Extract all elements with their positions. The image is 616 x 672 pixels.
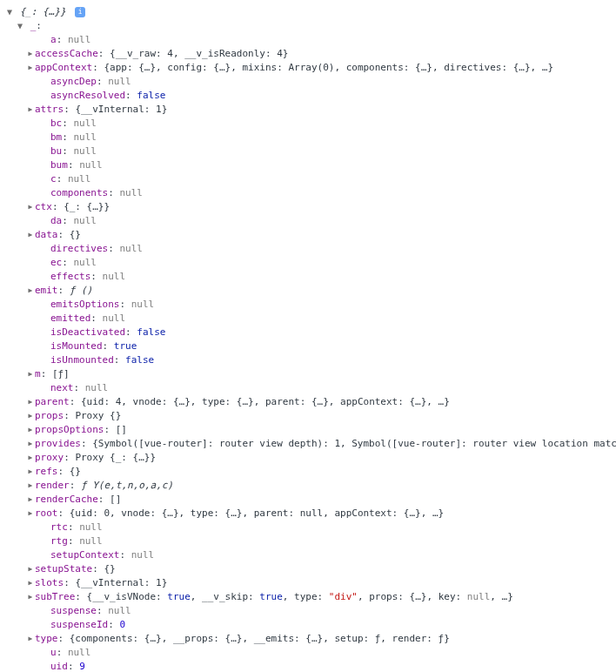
property-key: props xyxy=(35,410,64,421)
property-row[interactable]: rtg: null xyxy=(2,534,614,548)
property-row[interactable]: setupContext: null xyxy=(2,548,614,562)
expand-arrow-icon[interactable] xyxy=(26,228,35,242)
expand-arrow-icon[interactable] xyxy=(26,47,35,61)
colon-separator: : xyxy=(62,118,73,129)
expand-arrow-icon[interactable] xyxy=(26,409,35,423)
property-key: u xyxy=(50,647,57,658)
arrow-spacer xyxy=(42,534,50,548)
colon-separator: : xyxy=(108,187,119,198)
property-row[interactable]: suspense: null xyxy=(2,604,614,618)
expand-arrow-icon[interactable] xyxy=(26,562,35,576)
expand-arrow-icon[interactable] xyxy=(26,103,35,117)
property-row[interactable]: isUnmounted: false xyxy=(2,353,614,367)
expand-arrow-icon[interactable] xyxy=(26,395,35,409)
colon-separator: : xyxy=(125,326,137,338)
property-row[interactable]: c: null xyxy=(2,172,614,186)
colon-separator: : xyxy=(57,34,68,45)
expand-arrow-icon[interactable] xyxy=(26,465,35,479)
property-row[interactable]: accessCache: {__v_raw: 4, __v_isReadonly… xyxy=(2,47,614,61)
arrow-spacer xyxy=(42,33,50,47)
expand-arrow-icon[interactable] xyxy=(16,19,24,33)
property-row[interactable]: emitsOptions: null xyxy=(2,298,614,312)
property-row[interactable]: bum: null xyxy=(2,158,614,172)
expand-arrow-icon[interactable] xyxy=(26,200,35,214)
expand-arrow-icon[interactable] xyxy=(26,423,35,437)
property-value: Proxy {} xyxy=(75,410,121,421)
property-row[interactable]: next: null xyxy=(2,381,614,395)
property-key: isMounted xyxy=(50,340,103,352)
property-row[interactable]: directives: null xyxy=(2,242,614,256)
property-row[interactable]: ctx: {_: {…}} xyxy=(2,200,614,214)
property-row[interactable]: da: null xyxy=(2,214,614,228)
expand-arrow-icon[interactable] xyxy=(26,451,35,465)
property-key: a xyxy=(50,34,57,45)
property-row[interactable]: root: {uid: 0, vnode: {…}, type: {…}, pa… xyxy=(2,507,614,521)
colon-separator: : xyxy=(64,410,75,421)
property-row[interactable]: data: {} xyxy=(2,228,614,242)
property-key: effects xyxy=(50,271,90,282)
property-key: asyncResolved xyxy=(50,90,125,101)
expand-arrow-icon[interactable] xyxy=(26,507,35,521)
property-key: components xyxy=(50,187,108,198)
expand-arrow-icon[interactable] xyxy=(26,632,35,646)
property-row[interactable]: bc: null xyxy=(2,117,614,131)
expand-arrow-icon[interactable] xyxy=(26,367,35,381)
colon-separator: : xyxy=(68,521,79,533)
property-row[interactable]: m: [ƒ] xyxy=(2,367,614,381)
property-row[interactable]: components: null xyxy=(2,186,614,200)
property-row[interactable]: asyncDep: null xyxy=(2,75,614,89)
property-key: bum xyxy=(50,159,68,171)
property-row[interactable]: proxy: Proxy {_: {…}} xyxy=(2,451,614,465)
property-row[interactable]: ec: null xyxy=(2,256,614,270)
property-row[interactable]: rtc: null xyxy=(2,521,614,534)
property-value: null xyxy=(108,605,131,616)
expand-arrow-icon[interactable] xyxy=(26,284,35,298)
property-row[interactable]: u: null xyxy=(2,646,614,660)
property-value: ƒ Y(e,t,n,o,a,c) xyxy=(81,480,173,491)
expand-arrow-icon[interactable] xyxy=(5,5,14,19)
property-row[interactable]: emit: ƒ () xyxy=(2,284,614,298)
colon-separator: : xyxy=(92,563,104,575)
property-row[interactable]: suspenseId: 0 xyxy=(2,618,614,632)
property-row[interactable]: provides: {Symbol([vue-router]: router v… xyxy=(2,437,614,451)
property-row[interactable]: setupState: {} xyxy=(2,562,614,576)
property-row[interactable]: a: null xyxy=(2,33,614,47)
property-row[interactable]: attrs: {__vInternal: 1} xyxy=(2,103,614,117)
underscore-key-row[interactable]: _: xyxy=(2,19,614,33)
property-row[interactable]: props: Proxy {} xyxy=(2,409,614,423)
property-row[interactable]: bu: null xyxy=(2,144,614,158)
property-row[interactable]: effects: null xyxy=(2,270,614,284)
property-row[interactable]: type: {components: {…}, __props: {…}, __… xyxy=(2,632,614,646)
property-row[interactable]: renderCache: [] xyxy=(2,493,614,507)
property-row[interactable]: isDeactivated: false xyxy=(2,326,614,339)
property-row[interactable]: slots: {__vInternal: 1} xyxy=(2,576,614,590)
property-row[interactable]: appContext: {app: {…}, config: {…}, mixi… xyxy=(2,61,614,75)
arrow-spacer xyxy=(42,270,50,284)
property-value: null xyxy=(103,312,126,324)
property-row[interactable]: asyncResolved: false xyxy=(2,89,614,103)
expand-arrow-icon[interactable] xyxy=(26,479,35,493)
property-row[interactable]: subTree: {__v_isVNode: true, __v_skip: t… xyxy=(2,590,614,604)
root-object-row[interactable]: {_: {…}} i xyxy=(2,5,614,19)
property-row[interactable]: uid: 9 xyxy=(2,660,614,672)
colon-separator: : xyxy=(64,577,75,588)
property-row[interactable]: refs: {} xyxy=(2,465,614,479)
property-row[interactable]: isMounted: true xyxy=(2,339,614,353)
expand-arrow-icon[interactable] xyxy=(26,61,35,75)
expand-arrow-icon[interactable] xyxy=(26,437,35,451)
property-row[interactable]: parent: {uid: 4, vnode: {…}, type: {…}, … xyxy=(2,395,614,409)
expand-arrow-icon[interactable] xyxy=(26,493,35,507)
info-badge-icon[interactable]: i xyxy=(75,7,85,17)
property-key: refs xyxy=(35,466,58,477)
property-key: isDeactivated xyxy=(50,326,125,338)
property-value: {components: {…}, __props: {…}, __emits:… xyxy=(70,633,450,644)
property-key: bc xyxy=(50,118,62,129)
property-value: null xyxy=(68,173,91,185)
property-row[interactable]: propsOptions: [] xyxy=(2,423,614,437)
property-row[interactable]: emitted: null xyxy=(2,312,614,326)
property-value: null xyxy=(74,131,97,143)
expand-arrow-icon[interactable] xyxy=(26,590,35,604)
property-row[interactable]: bm: null xyxy=(2,131,614,144)
property-row[interactable]: render: ƒ Y(e,t,n,o,a,c) xyxy=(2,479,614,493)
expand-arrow-icon[interactable] xyxy=(26,576,35,590)
